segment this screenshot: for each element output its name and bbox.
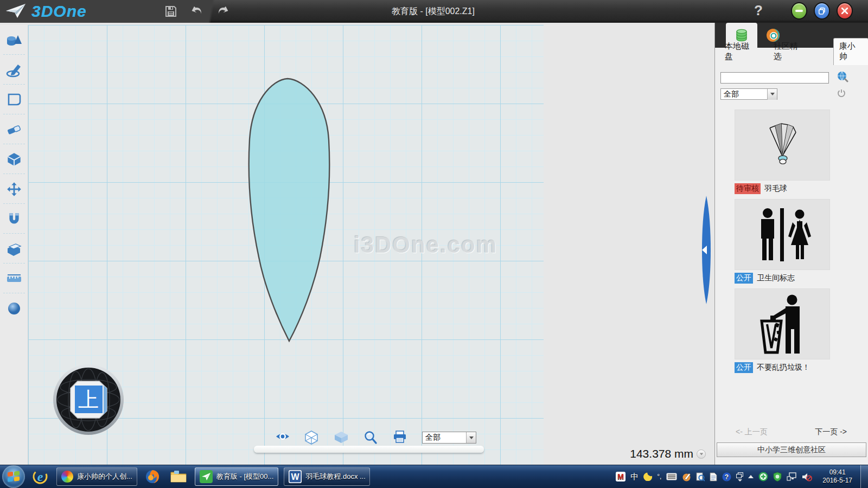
- magnet-icon: [7, 211, 21, 227]
- display-filter-select[interactable]: 全部: [422, 432, 476, 444]
- taskbar-clock[interactable]: 09:41 2016-5-17: [822, 468, 852, 485]
- restore-button[interactable]: [814, 2, 830, 20]
- show-hidden-icons-button[interactable]: [748, 475, 754, 478]
- edit-sketch-tool[interactable]: [0, 85, 28, 114]
- search-doc-tray-icon[interactable]: [696, 472, 705, 481]
- model-card: 公开 卫生间标志: [735, 199, 868, 284]
- taskbar-button-word[interactable]: W 羽毛球教程.docx ...: [284, 467, 370, 486]
- quick-toolbar: [163, 0, 231, 23]
- ime-language-indicator[interactable]: 中: [630, 472, 639, 482]
- resource-sidebar: 本地磁盘 社区精选 康小帅 全部: [714, 23, 868, 465]
- undo-button[interactable]: [189, 3, 205, 20]
- antivirus-plus-tray-icon[interactable]: [758, 472, 768, 481]
- taskbar-button-label: 教育版 - [模型00...: [216, 472, 273, 481]
- folder-icon: [170, 470, 187, 484]
- svg-text:?: ?: [725, 473, 729, 481]
- assembly-tool[interactable]: [0, 204, 28, 234]
- explorer-taskbar-icon[interactable]: [168, 467, 189, 486]
- sphere-icon: [7, 301, 22, 316]
- model-thumbnail-restroom[interactable]: [735, 199, 830, 270]
- sidebar-text-tabs: 本地磁盘 社区精选 康小帅: [715, 48, 868, 65]
- tab-kangxiaoshuai[interactable]: 康小帅: [833, 38, 868, 65]
- search-input[interactable]: [720, 72, 829, 84]
- special-features-tool[interactable]: [0, 144, 28, 174]
- window-restore-tray-icon[interactable]: [736, 472, 743, 481]
- tray-m-app-icon[interactable]: M: [616, 472, 626, 481]
- feature-cube-icon: [7, 152, 22, 167]
- sidebar-collapse-handle[interactable]: [700, 196, 712, 304]
- help-tray-icon[interactable]: ?: [722, 472, 731, 481]
- model-thumbnail-no-litter[interactable]: [735, 288, 830, 359]
- toolbar-shelf-handle[interactable]: [254, 446, 484, 453]
- minimize-button[interactable]: [791, 2, 807, 20]
- model-thumbnail-badminton[interactable]: [735, 110, 830, 181]
- firefox-taskbar-icon[interactable]: [142, 467, 163, 486]
- measure-tool[interactable]: [0, 264, 28, 293]
- basic-shapes-tool[interactable]: [0, 25, 28, 55]
- zoom-button[interactable]: [363, 431, 378, 445]
- ie-icon: e: [32, 468, 48, 485]
- svg-text:e: e: [37, 470, 43, 484]
- display-filter-value: 全部: [423, 433, 466, 442]
- show-desktop-button[interactable]: [860, 465, 868, 488]
- save-button[interactable]: [163, 3, 179, 20]
- visibility-eye-button[interactable]: [276, 431, 290, 445]
- measurement-dropdown-button[interactable]: [697, 450, 706, 459]
- next-page-button[interactable]: 下一页 ->: [815, 427, 847, 437]
- move-tool[interactable]: [0, 174, 28, 204]
- chevron-down-icon: [469, 436, 474, 439]
- erase-tool[interactable]: [0, 114, 28, 144]
- view-navigation-cube[interactable]: 上: [52, 363, 125, 436]
- shaded-view-button[interactable]: [334, 431, 348, 445]
- search-globe-icon[interactable]: [837, 70, 848, 85]
- start-button[interactable]: [2, 465, 25, 488]
- power-refresh-icon[interactable]: [837, 89, 846, 100]
- left-toolbar: [0, 25, 28, 465]
- taskbar-button-3done[interactable]: 教育版 - [模型00...: [195, 467, 278, 486]
- canvas-viewport[interactable]: i3DOne.com: [28, 25, 714, 465]
- teardrop-sketch-shape[interactable]: [244, 77, 333, 368]
- taskbar-button-label: 康小帅的个人创...: [77, 472, 132, 481]
- restroom-sign-image: [747, 205, 818, 265]
- redo-button[interactable]: [215, 3, 231, 20]
- sidebar-filter-row: 全部: [720, 88, 863, 100]
- category-filter-dropdown-button[interactable]: [767, 89, 777, 100]
- model-card: 公开 不要乱扔垃圾！: [735, 288, 868, 373]
- status-badge: 公开: [735, 362, 753, 373]
- logo-text: 3DOne: [31, 2, 87, 21]
- tab-local-disk[interactable]: 本地磁盘: [719, 38, 762, 65]
- tab-community-featured[interactable]: 社区精选: [768, 38, 810, 65]
- chevron-down-icon: [699, 453, 703, 455]
- material-render-tool[interactable]: [0, 293, 28, 323]
- paper-plane-icon: [5, 3, 27, 20]
- speaker-muted-icon[interactable]: [802, 472, 812, 481]
- help-button[interactable]: ?: [749, 2, 768, 21]
- svg-text:上: 上: [78, 388, 99, 412]
- community-link-button[interactable]: 中小学三维创意社区: [717, 442, 866, 457]
- application-window: 3DOne 教育版 - [模型002.Z1] ?: [0, 0, 868, 488]
- ie-taskbar-icon[interactable]: e: [29, 467, 51, 486]
- model-title: 不要乱扔垃圾！: [757, 363, 810, 373]
- ime-mode-indicator[interactable]: °,: [657, 473, 661, 480]
- sketch-icon: [6, 62, 22, 78]
- shield-tray-icon[interactable]: [773, 472, 782, 481]
- taskbar-button-browser[interactable]: 康小帅的个人创...: [56, 467, 137, 486]
- document-tray-icon[interactable]: [710, 472, 717, 481]
- windows-taskbar: e 康小帅的个人创... 教育版 - [模型00... W 羽毛球教程.docx…: [0, 465, 868, 488]
- category-filter-select[interactable]: 全部: [720, 88, 777, 100]
- close-button[interactable]: [837, 2, 853, 20]
- display-filter-dropdown-button[interactable]: [466, 432, 476, 443]
- model-title: 羽毛球: [764, 184, 787, 194]
- sketch-tool[interactable]: [0, 55, 28, 85]
- prev-page-button[interactable]: <- 上一页: [736, 427, 768, 437]
- wireframe-view-button[interactable]: [305, 431, 319, 445]
- view-bottom-toolbar: 全部: [276, 431, 476, 445]
- print-button[interactable]: [393, 431, 407, 445]
- pen-tool-tray-icon[interactable]: [682, 472, 691, 481]
- combine-tool[interactable]: [0, 234, 28, 264]
- moon-icon[interactable]: [643, 472, 652, 481]
- network-tray-icon[interactable]: [787, 472, 797, 481]
- keyboard-icon[interactable]: [666, 473, 677, 480]
- model-meta: 公开 卫生间标志: [735, 273, 868, 284]
- edit-sketch-icon: [7, 93, 22, 107]
